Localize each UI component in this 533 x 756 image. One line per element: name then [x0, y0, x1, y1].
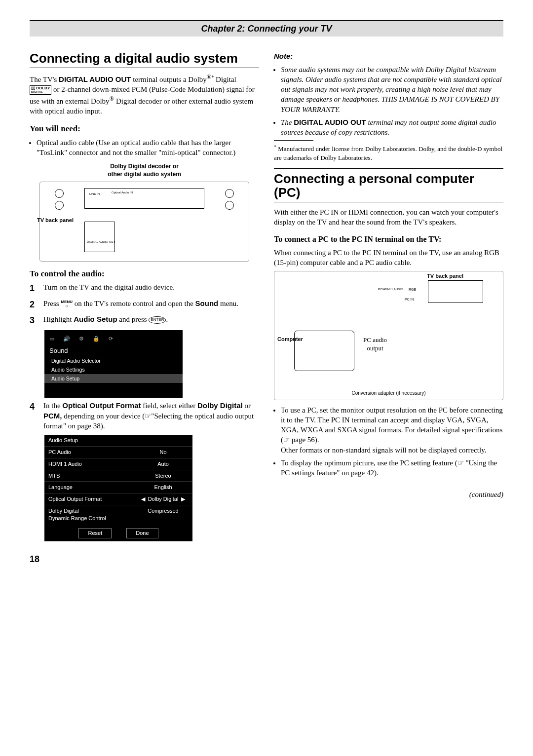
- step-1: 1 Turn on the TV and the digital audio d…: [30, 282, 259, 294]
- optical-output-format-row: Optical Output Format◀Dolby Digital▶: [44, 493, 192, 505]
- lock-icon: 🔒: [93, 335, 100, 342]
- dolby-footnote: * Manufactured under license from Dolby …: [274, 144, 503, 162]
- diagram-pc-connection: TV back panel Computer PC audio output P…: [274, 271, 503, 400]
- continued-label: (continued): [274, 490, 503, 499]
- menu-item: Digital Audio Selector: [44, 356, 183, 365]
- diagram1-caption: Dolby Digital decoder or other digital a…: [30, 162, 259, 178]
- note-heading: Note:: [274, 51, 503, 61]
- to-control-audio-heading: To control the audio:: [30, 268, 259, 280]
- audio-setup-title: Audio Setup: [44, 435, 192, 446]
- dolby-logo-icon: ▯▯ DOLBYDIGITAL: [30, 85, 51, 95]
- done-button: Done: [126, 528, 158, 538]
- pc-connect-text: When connecting a PC to the PC IN termin…: [274, 248, 503, 268]
- menu-title: Sound: [44, 345, 183, 356]
- reset-button: Reset: [78, 528, 112, 538]
- right-column: Note: Some audio systems may not be comp…: [274, 51, 503, 565]
- pc-bullet-2: To display the optimum picture, use the …: [281, 458, 503, 478]
- section-heading-digital-audio: Connecting a digital audio system: [30, 51, 259, 66]
- enter-button-icon: ENTER: [149, 316, 166, 324]
- section-heading-pc: Connecting a personal computer (PC): [274, 172, 503, 200]
- you-will-need-heading: You will need:: [30, 123, 259, 135]
- step-3: 3 Highlight Audio Setup and press ENTER.: [30, 314, 259, 326]
- note-item-2: The DIGITAL AUDIO OUT terminal may not o…: [281, 117, 503, 138]
- pc-intro: With either the PC IN or HDMI connection…: [274, 207, 503, 227]
- menu-item: Audio Settings: [44, 365, 183, 374]
- pc-connect-subheading: To connect a PC to the PC IN terminal on…: [274, 234, 503, 245]
- sound-icon: 🔊: [63, 335, 70, 342]
- menu-item-selected: Audio Setup: [44, 374, 183, 383]
- chapter-header: Chapter 2: Connecting your TV: [30, 20, 503, 37]
- note-item-1: Some audio systems may not be compatible…: [281, 65, 503, 114]
- left-column: Connecting a digital audio system The TV…: [30, 51, 259, 565]
- preferences-icon: ⚙: [79, 335, 84, 342]
- sound-menu-screenshot: ▭ 🔊 ⚙ 🔒 ⟳ Sound Digital Audio Selector A…: [44, 330, 183, 398]
- audio-setup-screenshot: Audio Setup PC AudioNo HDMI 1 AudioAuto …: [44, 435, 192, 541]
- step-2: 2 Press MENU○ on the TV's remote control…: [30, 299, 259, 310]
- intro-paragraph: The TV's DIGITAL AUDIO OUT terminal outp…: [30, 73, 259, 116]
- page-number: 18: [30, 553, 259, 565]
- need-item: Optical audio cable (Use an optical audi…: [37, 138, 259, 158]
- setup-icon: ⟳: [109, 335, 113, 342]
- diagram-dolby-decoder: TV back panel LINE IN Optical Audio IN D…: [39, 182, 249, 262]
- pc-bullet-1: To use a PC, set the monitor output reso…: [281, 405, 503, 455]
- picture-icon: ▭: [49, 335, 54, 342]
- menu-button-icon: MENU○: [61, 300, 73, 308]
- step-4: 4 In the Optical Output Format field, se…: [30, 401, 259, 431]
